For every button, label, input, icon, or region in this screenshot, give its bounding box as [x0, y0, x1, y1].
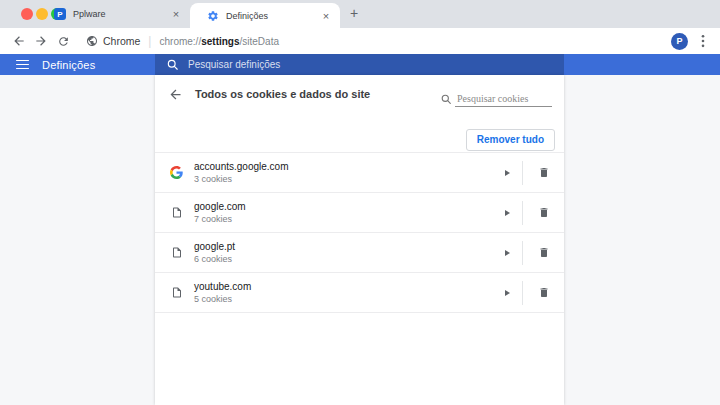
arrow-back-icon: [168, 87, 183, 102]
chevron-right-icon: [505, 210, 510, 216]
cookie-count: 3 cookies: [194, 173, 289, 185]
site-row-google-com[interactable]: google.com 7 cookies: [155, 193, 564, 233]
expand-site-button[interactable]: [492, 193, 522, 232]
search-icon: [167, 59, 178, 70]
chevron-right-icon: [505, 250, 510, 256]
tab-pplware[interactable]: P Pplware ×: [40, 0, 190, 28]
reload-icon: [57, 35, 70, 48]
page-title: Todos os cookies e dados do site: [195, 88, 370, 100]
actions-row: Remover tudo: [155, 113, 564, 152]
chevron-right-icon: [505, 170, 510, 176]
close-tab-icon[interactable]: ×: [170, 8, 182, 20]
main-menu-button[interactable]: [16, 57, 29, 71]
pplware-favicon-icon: P: [54, 8, 66, 20]
tab-settings[interactable]: Definições ×: [190, 3, 340, 28]
tab-label: Definições: [226, 11, 320, 21]
site-info-chip[interactable]: Chrome: [86, 35, 140, 47]
trash-icon: [538, 206, 550, 219]
site-data-list: accounts.google.com 3 cookies google.com: [155, 152, 564, 313]
url-text[interactable]: chrome://settings/siteData: [159, 36, 279, 47]
expand-site-button[interactable]: [492, 273, 522, 312]
page-file-icon: [169, 285, 184, 300]
page-file-icon: [169, 205, 184, 220]
browser-menu-button[interactable]: [694, 32, 712, 50]
back-to-settings-button[interactable]: [166, 85, 184, 103]
trash-icon: [538, 246, 550, 259]
settings-search-bar[interactable]: [155, 54, 564, 75]
chip-divider: |: [148, 34, 151, 48]
trash-icon: [538, 166, 550, 179]
remove-all-button[interactable]: Remover tudo: [466, 129, 555, 151]
cookie-count: 5 cookies: [194, 293, 251, 305]
expand-site-button[interactable]: [492, 153, 522, 192]
delete-site-button[interactable]: [523, 273, 564, 312]
trash-icon: [538, 286, 550, 299]
site-domain: youtube.com: [194, 280, 251, 293]
site-row-accounts-google[interactable]: accounts.google.com 3 cookies: [155, 153, 564, 193]
new-tab-button[interactable]: +: [346, 5, 362, 21]
chevron-right-icon: [505, 290, 510, 296]
site-chip-label: Chrome: [103, 35, 140, 47]
site-domain: accounts.google.com: [194, 160, 289, 173]
kebab-menu-icon: [701, 34, 705, 48]
delete-site-button[interactable]: [523, 153, 564, 192]
profile-avatar[interactable]: P: [671, 33, 688, 50]
cookie-count: 7 cookies: [194, 213, 246, 225]
delete-site-button[interactable]: [523, 193, 564, 232]
reload-button[interactable]: [52, 31, 74, 51]
cookies-card: Todos os cookies e dados do site Remover…: [155, 75, 564, 405]
settings-title: Definições: [42, 59, 95, 71]
close-tab-icon[interactable]: ×: [320, 10, 332, 22]
site-row-youtube[interactable]: youtube.com 5 cookies: [155, 273, 564, 313]
window-close-button[interactable]: [21, 8, 33, 20]
settings-toolbar: Definições: [0, 54, 720, 75]
delete-site-button[interactable]: [523, 233, 564, 272]
arrow-back-icon: [12, 34, 26, 48]
back-button[interactable]: [8, 31, 30, 51]
tab-label: Pplware: [73, 9, 170, 19]
cookies-header: Todos os cookies e dados do site: [155, 75, 564, 113]
browser-window: P Pplware × Definições × + Chrome | chro: [0, 0, 720, 405]
site-domain: google.com: [194, 200, 246, 213]
arrow-forward-icon: [34, 34, 48, 48]
cookie-count: 6 cookies: [194, 253, 235, 265]
globe-icon: [86, 35, 98, 47]
search-icon: [441, 94, 451, 104]
site-row-google-pt[interactable]: google.pt 6 cookies: [155, 233, 564, 273]
cookie-search[interactable]: [441, 93, 552, 107]
settings-search-input[interactable]: [186, 58, 510, 71]
google-logo-icon: [169, 165, 184, 180]
page-file-icon: [169, 245, 184, 260]
settings-gear-icon: [207, 10, 219, 22]
site-domain: google.pt: [194, 240, 235, 253]
cookie-search-input[interactable]: [455, 93, 552, 107]
forward-button[interactable]: [30, 31, 52, 51]
address-bar: Chrome | chrome://settings/siteData P: [0, 28, 720, 54]
hamburger-icon: [16, 60, 29, 62]
expand-site-button[interactable]: [492, 233, 522, 272]
tab-strip: P Pplware × Definições × +: [0, 0, 720, 28]
